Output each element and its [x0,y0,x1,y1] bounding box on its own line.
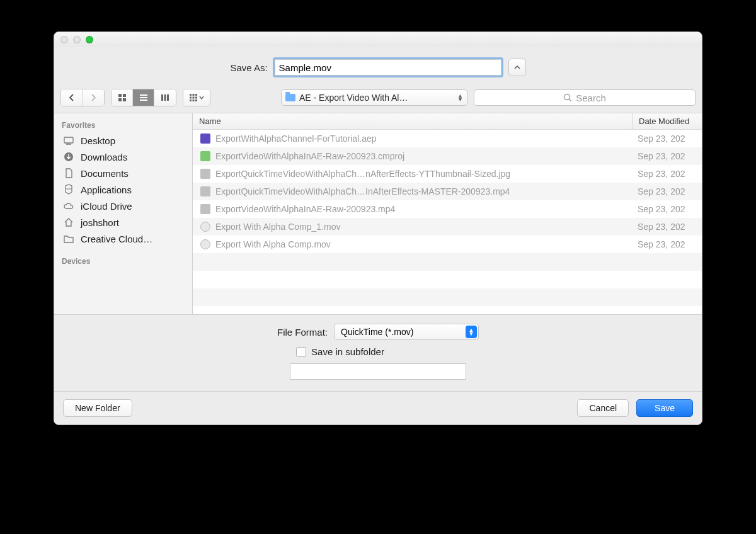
search-input[interactable]: Search [474,89,696,106]
svg-line-20 [570,99,572,102]
sidebar-item-label: Documents [81,168,129,179]
file-date: Sep 23, 202 [633,222,702,232]
search-icon [563,93,572,102]
file-date: Sep 23, 202 [633,204,702,214]
file-row[interactable]: ExportQuickTimeVideoWithAlphaCh…nAfterEf… [193,165,702,183]
sidebar-item-label: joshshort [81,217,119,228]
group-control [183,89,210,106]
file-format-label: File Format: [277,327,328,338]
window-zoom-button[interactable] [86,36,93,43]
save-button[interactable]: Save [636,399,693,417]
dialog-footer: New Folder Cancel Save [54,391,702,424]
documents-icon [63,168,74,179]
sidebar-item-downloads[interactable]: Downloads [54,149,192,165]
window-minimize-button[interactable] [73,36,81,43]
location-popup[interactable]: AE - Export Video With Al… ▲▼ [281,89,467,106]
subfolder-checkbox[interactable] [296,347,306,357]
save-as-input-focus-ring [273,57,503,77]
mov-file-icon [200,222,210,232]
collapse-button[interactable] [508,59,526,76]
svg-rect-16 [190,99,192,101]
home-icon [63,217,74,228]
list-view-button[interactable] [133,89,154,106]
file-row[interactable]: ExportVideoWithAlphaInAE-Raw-200923.cmpr… [193,147,702,165]
mp4-file-icon [200,186,210,196]
column-view-button[interactable] [154,89,176,106]
svg-rect-18 [195,99,197,101]
sidebar-item-label: iCloud Drive [81,201,132,212]
mp4-file-icon [200,204,210,214]
save-as-row: Save As: [54,47,702,85]
svg-rect-21 [64,137,73,143]
sidebar-item-applications[interactable]: Applications [54,181,192,198]
file-row[interactable]: ExportWithAlphaChannel-ForTutorial.aep S… [193,130,702,147]
svg-rect-12 [195,94,197,96]
forward-button[interactable] [83,89,104,106]
file-name: ExportVideoWithAlphaInAE-Raw-200923.cmpr… [215,151,404,161]
svg-rect-10 [190,94,192,96]
file-browser: Name Date Modified ExportWithAlphaChanne… [193,113,702,314]
back-button[interactable] [61,89,83,106]
file-date: Sep 23, 202 [633,239,702,249]
new-folder-button[interactable]: New Folder [63,399,132,417]
icon-view-button[interactable] [112,89,133,106]
aep-file-icon [200,134,210,144]
sidebar-item-label: Creative Cloud… [81,234,152,244]
toolbar: AE - Export Video With Al… ▲▼ Search [54,85,702,113]
file-row[interactable]: ExportQuickTimeVideoWithAlphaCh…InAfterE… [193,183,702,200]
cancel-button[interactable]: Cancel [577,399,629,417]
chevron-down-icon [199,95,204,100]
sidebar-item-icloud[interactable]: iCloud Drive [54,198,192,214]
save-as-input[interactable] [275,59,501,76]
location-label: AE - Export Video With Al… [299,93,454,103]
sidebar-section-favorites: Favorites [54,117,192,132]
column-header-name[interactable]: Name [193,113,633,129]
sidebar-section-devices: Devices [54,253,192,268]
view-mode-buttons [111,89,176,106]
column-header-row: Name Date Modified [193,113,702,130]
file-name: ExportQuickTimeVideoWithAlphaCh…nAfterEf… [215,169,510,179]
file-name: ExportVideoWithAlphaInAE-Raw-200923.mp4 [215,204,395,214]
window-close-button[interactable] [60,36,68,43]
stepper-icon: ▲▼ [457,94,463,101]
jpg-file-icon [200,169,210,179]
applications-icon [63,184,74,195]
svg-rect-15 [195,97,197,99]
downloads-icon [63,151,74,162]
file-name: Export With Alpha Comp.mov [215,239,331,249]
file-date: Sep 23, 202 [633,151,702,161]
file-format-select[interactable]: QuickTime (*.mov) ▲▼ [334,324,479,340]
sidebar-item-home[interactable]: joshshort [54,214,192,230]
mov-file-icon [200,239,210,249]
svg-rect-13 [190,97,192,99]
group-by-button[interactable] [183,89,210,106]
column-header-date[interactable]: Date Modified [633,113,702,129]
sidebar-item-creative-cloud[interactable]: Creative Cloud… [54,230,192,247]
subfolder-input[interactable] [290,363,466,380]
file-row[interactable]: ExportVideoWithAlphaInAE-Raw-200923.mp4 … [193,200,702,218]
svg-rect-8 [164,94,166,101]
sidebar-item-label: Downloads [81,152,127,162]
folder-icon [63,233,74,244]
file-date: Sep 23, 202 [633,134,702,144]
format-row: File Format: QuickTime (*.mov) ▲▼ [277,324,479,340]
chevron-right-icon [91,94,96,101]
file-row[interactable]: Export With Alpha Comp.mov Sep 23, 202 [193,236,702,253]
sidebar-item-desktop[interactable]: Desktop [54,132,192,149]
sidebar-item-documents[interactable]: Documents [54,165,192,181]
sidebar-item-label: Applications [81,185,132,195]
svg-rect-3 [123,98,126,101]
file-format-value: QuickTime (*.mov) [341,327,466,337]
file-row[interactable]: Export With Alpha Comp_1.mov Sep 23, 202 [193,218,702,236]
file-list: ExportWithAlphaChannel-ForTutorial.aep S… [193,130,702,314]
file-row-empty [193,271,702,288]
file-name: Export With Alpha Comp_1.mov [215,222,340,232]
search-placeholder: Search [576,93,606,103]
file-date: Sep 23, 202 [633,186,702,196]
cloud-icon [63,200,74,212]
save-as-label: Save As: [230,62,267,73]
folder-icon [285,94,295,101]
file-row-empty [193,288,702,306]
sidebar-item-label: Desktop [81,135,115,146]
svg-rect-17 [192,99,194,101]
